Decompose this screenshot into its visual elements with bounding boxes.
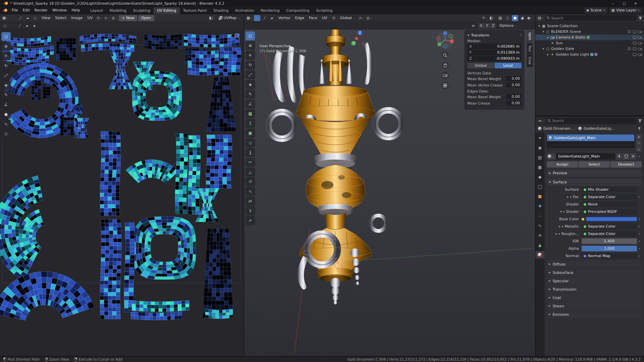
snap-magnet-button[interactable]: ∩⌄	[104, 15, 110, 21]
mirror-z-button[interactable]: Z	[490, 23, 496, 28]
relax-tool[interactable]: ∿	[1, 120, 11, 128]
properties-tab-particles[interactable]: ∴	[535, 212, 544, 220]
extrude-region-tool[interactable]: ↥	[246, 119, 255, 128]
uv-menus-select[interactable]: Select	[53, 15, 69, 21]
material-slot-row[interactable]: GoldenGateLight_Main	[547, 134, 634, 141]
pin-icon[interactable]	[637, 127, 641, 131]
surface-shader-dropdown[interactable]: Mix Shader	[582, 187, 637, 192]
uv-map-selector[interactable]: UVMap ⌄	[217, 15, 243, 21]
properties-tab-physics[interactable]: ∿	[535, 222, 544, 229]
properties-tab-world[interactable]: ◯	[535, 183, 544, 190]
filter-icon[interactable]	[638, 119, 642, 123]
uv-mode-island-button[interactable]: ◈	[31, 23, 38, 29]
transform-pivot-button[interactable]: ⊙	[331, 15, 337, 21]
snap-magnet-button[interactable]: ∩⌄	[358, 15, 365, 21]
outliner-row-golden-gate-light[interactable]: ▶ ☀ Golden Gate Light	[535, 52, 644, 57]
hide-viewport-icon[interactable]	[632, 42, 637, 45]
users-count-button[interactable]: 4	[616, 153, 622, 160]
properties-search-input[interactable]	[546, 118, 637, 124]
mean-crease-field[interactable]: 0.00	[506, 101, 522, 106]
median-y-field[interactable]: Y0.011369 m	[467, 50, 522, 55]
loop-cut-tool[interactable]: ∥	[246, 148, 255, 157]
uv-select-edge-button[interactable]: ╱	[17, 15, 23, 21]
outliner-editor-type-button[interactable]: ▤⌄	[537, 15, 544, 21]
uv-menus-uv[interactable]: UV	[85, 15, 95, 21]
workspace-tab-shading[interactable]: Shading	[210, 7, 232, 14]
workspace-tab-rendering[interactable]: Rendering	[257, 7, 283, 14]
uv-zoom-gizmo[interactable]	[234, 33, 240, 40]
fake-user-button[interactable]	[623, 153, 629, 160]
breadcrumb-material[interactable]: GoldenGateLig...	[584, 126, 614, 131]
uv-select-vertex-button[interactable]: ·	[10, 15, 16, 21]
disable-render-icon[interactable]	[637, 42, 643, 45]
uv-select-island-button[interactable]: ▢	[32, 15, 38, 21]
properties-tab-object-data[interactable]: ▲	[535, 241, 544, 249]
uv-sticky-select-button[interactable]: ▢	[2, 23, 8, 29]
uv-overlays-button[interactable]: ◧⌄	[208, 15, 215, 21]
roughness-input-dropdown[interactable]: Separate Color	[582, 231, 637, 237]
edge-slide-tool[interactable]: ⇄	[246, 197, 255, 205]
mirror-x-button[interactable]: X	[478, 23, 484, 28]
shading-solid-button[interactable]: ●	[512, 15, 518, 21]
properties-tab-output[interactable]: ▤	[535, 154, 544, 161]
shading-material-button[interactable]: ◕	[519, 15, 526, 21]
new-image-button[interactable]: + New	[119, 15, 137, 21]
breadcrumb-object[interactable]: Gold Ornamen...	[543, 126, 574, 131]
pivot-point-button[interactable]: ⊙⌄	[96, 15, 103, 21]
scale-tool[interactable]: ⤢	[246, 70, 255, 79]
show-overlays-button[interactable]: ◧⌄	[489, 15, 496, 21]
select-box-tool[interactable]: ◻	[246, 32, 255, 40]
close-button[interactable]: ✕	[630, 0, 641, 7]
pan-gizmo-button[interactable]	[441, 62, 449, 69]
caret-down-icon[interactable]: ▼	[467, 34, 469, 37]
metallic-input-dropdown[interactable]: Separate Color	[582, 224, 637, 229]
outliner-row-camera[interactable]: ▶ Camera A Static	[535, 35, 644, 40]
properties-tab-tool[interactable]: ✦	[535, 134, 544, 142]
caret-down-icon[interactable]: ▼	[537, 25, 541, 27]
xray-toggle-button[interactable]: ▨	[497, 15, 503, 21]
collection-checkbox[interactable]: ☑	[627, 47, 632, 51]
measure-tool[interactable]: ∠	[246, 100, 255, 108]
select-button[interactable]: Select	[579, 161, 610, 168]
scale-tool[interactable]: ⤢	[1, 71, 11, 80]
vp-menus-face[interactable]: Face	[307, 15, 320, 21]
add-slot-button[interactable]: +	[636, 134, 642, 139]
transform-orientation-selector[interactable]: Global ⌄	[338, 15, 358, 21]
properties-tab-scene[interactable]: ◆	[535, 173, 544, 181]
mode-vertex-button[interactable]: ·	[254, 15, 260, 21]
outliner-row-blender-scene[interactable]: ▼ ▢ BLENDER Scene ☑	[535, 29, 644, 35]
knife-tool[interactable]: ✂	[246, 158, 255, 167]
cursor-tool[interactable]: ⊕	[246, 41, 255, 50]
hide-viewport-icon[interactable]	[632, 36, 637, 39]
local-button[interactable]: Local	[495, 63, 522, 68]
gold-ornament-model[interactable]	[268, 22, 402, 304]
pinch-tool[interactable]: ◇	[1, 129, 11, 138]
viewport-editor-type-button[interactable]: ▦⌄	[246, 15, 253, 21]
base-color-swatch[interactable]	[586, 217, 637, 221]
maximize-button[interactable]: □	[619, 0, 630, 7]
blender-menu-icon[interactable]	[2, 8, 8, 13]
shear-tool[interactable]: ⇗	[246, 216, 255, 225]
disable-render-icon[interactable]	[637, 30, 643, 34]
uv-select-face-button[interactable]: ▰	[24, 15, 31, 21]
shader1-dropdown[interactable]: None	[582, 201, 637, 207]
material-name-field[interactable]: GoldenGateLight_Main	[556, 153, 615, 160]
smooth-tool[interactable]: ∿	[246, 187, 255, 196]
preview-panel-header[interactable]: ▶ Preview	[547, 170, 642, 177]
rotate-tool[interactable]: ↻	[1, 61, 11, 70]
sidebar-tab-item[interactable]: Item	[527, 30, 533, 43]
remove-slot-button[interactable]: −	[636, 140, 642, 145]
material-slot-list[interactable]: GoldenGateLight_Main	[547, 134, 635, 148]
sidebar-tab-tool[interactable]: Tool	[527, 43, 533, 54]
properties-tab-material[interactable]	[535, 251, 544, 258]
view-layer-selector[interactable]: ▣ View Layer +	[609, 7, 642, 13]
toggle-ortho-button[interactable]	[441, 82, 449, 89]
panel-emission[interactable]: ▶Emission	[547, 311, 642, 318]
shrink-fatten-tool[interactable]: ↕	[246, 206, 255, 215]
median-x-field[interactable]: X0.002685 m	[467, 44, 522, 49]
mean-vertex-crease-field[interactable]: 0.00	[506, 82, 522, 87]
measure-tool[interactable]: ∠	[1, 100, 11, 109]
collection-checkbox[interactable]: ☑	[627, 29, 632, 34]
drag-handle-icon[interactable]: ⠿	[519, 34, 522, 37]
browse-material-button[interactable]: ⌄	[547, 153, 555, 160]
